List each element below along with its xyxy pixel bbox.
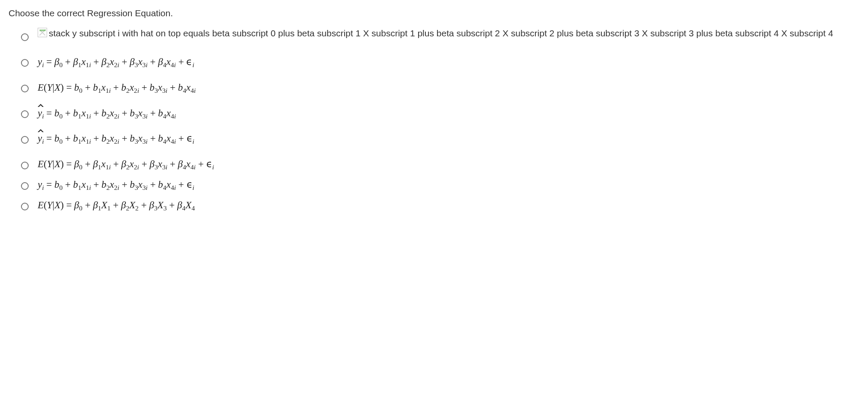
option-row: yi = b0 + b1x1i + b2x2i + b3x3i + b4x4i … [19, 132, 859, 146]
option-radio[interactable] [21, 33, 29, 41]
radio-wrapper [19, 30, 30, 42]
radio-wrapper [19, 199, 30, 211]
option-radio[interactable] [21, 182, 29, 190]
option-radio[interactable] [21, 110, 29, 118]
option-equation: E(Y|X) = β0 + β1x1i + β2x2i + β3x3i + β4… [38, 157, 859, 172]
option-row: E(Y|X) = β0 + β1x1i + β2x2i + β3x3i + β4… [19, 157, 859, 172]
math-expression: yi = b0 + b1x1i + b2x2i + b3x3i + b4x4i [38, 108, 176, 118]
question-prompt: Choose the correct Regression Equation. [9, 7, 859, 19]
option-row: E(Y|X) = b0 + b1x1i + b2x2i + b3x3i + b4… [19, 81, 859, 95]
option-alttext-text: stack y subscript i with hat on top equa… [49, 27, 833, 39]
option-row: stack y subscript i with hat on top equa… [19, 27, 859, 44]
math-expression: E(Y|X) = b0 + b1x1i + b2x2i + b3x3i + b4… [38, 82, 196, 93]
math-expression: yi = b0 + b1x1i + b2x2i + b3x3i + b4x4i … [38, 133, 194, 144]
option-equation: yi = b0 + b1x1i + b2x2i + b3x3i + b4x4i [38, 106, 859, 121]
options-list: stack y subscript i with hat on top equa… [19, 27, 859, 213]
option-radio[interactable] [21, 136, 29, 144]
radio-wrapper [19, 55, 30, 68]
math-expression: E(Y|X) = β0 + β1X1 + β2X2 + β3X3 + β4X4 [38, 200, 195, 210]
math-expression: yi = β0 + β1x1i + β2x2i + β3x3i + β4x4i … [38, 56, 194, 67]
option-row: yi = b0 + b1x1i + b2x2i + b3x3i + b4x4i … [19, 178, 859, 192]
option-equation: yi = β0 + β1x1i + β2x2i + β3x3i + β4x4i … [38, 55, 859, 70]
radio-wrapper [19, 132, 30, 145]
option-radio[interactable] [21, 162, 29, 169]
broken-image-icon [38, 28, 47, 37]
option-row: yi = β0 + β1x1i + β2x2i + β3x3i + β4x4i … [19, 55, 859, 70]
question-page: Choose the correct Regression Equation. … [0, 0, 868, 236]
option-radio[interactable] [21, 203, 29, 210]
option-equation: E(Y|X) = β0 + β1X1 + β2X2 + β3X3 + β4X4 [38, 198, 859, 213]
math-expression: E(Y|X) = β0 + β1x1i + β2x2i + β3x3i + β4… [38, 159, 214, 169]
option-alttext: stack y subscript i with hat on top equa… [38, 27, 859, 39]
option-row: yi = b0 + b1x1i + b2x2i + b3x3i + b4x4i [19, 106, 859, 121]
radio-wrapper [19, 178, 30, 191]
option-equation: E(Y|X) = b0 + b1x1i + b2x2i + b3x3i + b4… [38, 81, 859, 95]
radio-wrapper [19, 158, 30, 170]
option-row: E(Y|X) = β0 + β1X1 + β2X2 + β3X3 + β4X4 [19, 198, 859, 213]
option-radio[interactable] [21, 59, 29, 67]
option-equation: yi = b0 + b1x1i + b2x2i + b3x3i + b4x4i … [38, 178, 859, 192]
option-radio[interactable] [21, 85, 29, 92]
radio-wrapper [19, 81, 30, 93]
math-expression: yi = b0 + b1x1i + b2x2i + b3x3i + b4x4i … [38, 179, 194, 190]
option-equation: yi = b0 + b1x1i + b2x2i + b3x3i + b4x4i … [38, 132, 859, 146]
radio-wrapper [19, 106, 30, 119]
